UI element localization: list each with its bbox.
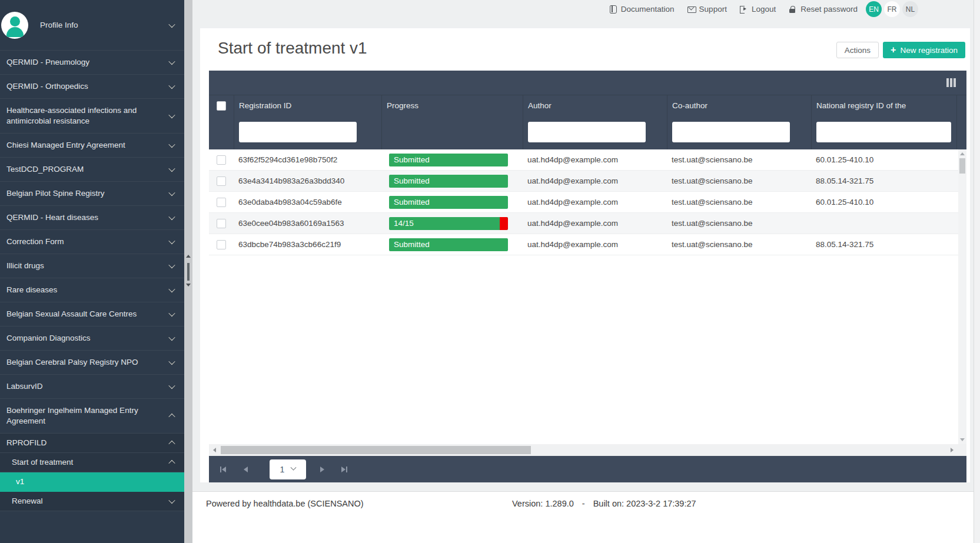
user-avatar-icon (1, 12, 28, 39)
grid-header-row: Registration IDProgressAuthorCo-authorNa… (209, 95, 966, 116)
sidebar-item[interactable]: Chiesi Managed Entry Agreement (0, 134, 184, 158)
language-nl-button[interactable]: NL (902, 1, 918, 17)
table-row[interactable]: 63e4a3414b983a26a3bdd340Submitteduat.hd4… (209, 171, 966, 192)
row-checkbox[interactable] (217, 219, 226, 228)
select-all-checkbox[interactable] (217, 101, 226, 111)
actions-button[interactable]: Actions (836, 42, 879, 58)
column-header-author[interactable]: Author (523, 95, 667, 116)
chevron-down-icon (291, 465, 297, 471)
sidebar-item-label: Healthcare-associated infections and ant… (6, 105, 170, 126)
language-fr-button[interactable]: FR (884, 1, 900, 17)
sidebar-item[interactable]: TestDCD_PROGRAM (0, 158, 184, 182)
chevron-down-icon (168, 214, 175, 220)
scrollbar-thumb[interactable] (221, 446, 531, 454)
language-en-button[interactable]: EN (866, 1, 882, 17)
filter-input-national-registry-id[interactable] (816, 122, 951, 142)
table-row[interactable]: 63e0daba4b983a04c59ab6feSubmitteduat.hd4… (209, 192, 966, 213)
last-page-button[interactable] (338, 463, 351, 476)
grid-filter-row (209, 116, 966, 149)
topbar-link-logout[interactable]: Logout (740, 5, 776, 14)
sidebar-item-label: Belgian Cerebral Palsy Registry NPO (6, 357, 170, 368)
arrow-left-icon (222, 467, 226, 472)
table-row[interactable]: 63e0cee04b983a60169a156314/15uat.hd4dp@e… (209, 213, 966, 234)
first-page-button[interactable] (217, 463, 230, 476)
topbar-link-documentation[interactable]: Documentation (609, 5, 675, 14)
topbar-link-support[interactable]: Support (687, 5, 727, 14)
co-author-cell: test.uat@sciensano.be (667, 234, 811, 255)
chevron-up-icon (168, 460, 175, 467)
sidebar-item[interactable]: QERMID - Pneumology (0, 51, 184, 75)
author-cell: uat.hd4dp@example.com (523, 234, 667, 255)
table-vertical-scrollbar[interactable] (958, 149, 966, 444)
row-checkbox[interactable] (217, 240, 226, 249)
grid-toolbar (209, 71, 966, 95)
column-header-progress[interactable]: Progress (381, 95, 523, 116)
scroll-left-icon[interactable] (213, 448, 216, 452)
sidebar-item-label: Start of treatment (12, 457, 170, 468)
next-page-button[interactable] (315, 463, 328, 476)
column-header-co-author[interactable]: Co-author (667, 95, 811, 116)
sidebar-profile[interactable]: Profile Info (0, 0, 184, 51)
sidebar-item[interactable]: Renewal (0, 492, 184, 511)
scroll-up-icon[interactable] (186, 255, 191, 258)
filter-cell-progress (381, 116, 523, 149)
scroll-down-icon[interactable] (186, 284, 191, 287)
sidebar-item[interactable]: Belgian Cerebral Palsy Registry NPO (0, 351, 184, 375)
sidebar-item[interactable]: LabsurvID (0, 375, 184, 399)
topbar-link-reset-password[interactable]: Reset password (789, 5, 858, 14)
row-checkbox-cell (209, 149, 234, 170)
scroll-up-icon[interactable] (960, 152, 965, 155)
sidebar-item[interactable]: Belgian Sexual Assault Care Centres (0, 302, 184, 327)
table-horizontal-scrollbar[interactable] (209, 444, 966, 456)
row-checkbox-cell (209, 213, 234, 234)
national-registry-id-cell: 60.01.25-410.10 (811, 149, 956, 170)
sidebar-item[interactable]: v1 (0, 472, 184, 492)
sidebar-item[interactable]: Illicit drugs (0, 254, 184, 278)
table-row[interactable]: 63f62f5294cd361e98b750f2Submitteduat.hd4… (209, 149, 966, 171)
pagination: 1 (209, 456, 966, 482)
sidebar-item[interactable]: Correction Form (0, 230, 184, 254)
arrow-left-icon (244, 467, 248, 472)
chevron-down-icon (168, 286, 175, 292)
sidebar-item[interactable]: Rare diseases (0, 278, 184, 302)
sidebar-item-label: TestDCD_PROGRAM (6, 164, 170, 175)
progress-cell: Submitted (381, 149, 523, 170)
new-registration-button[interactable]: + New registration (883, 42, 965, 58)
sidebar-item[interactable]: QERMID - Orthopedics (0, 75, 184, 99)
scroll-right-icon[interactable] (951, 448, 954, 452)
row-checkbox[interactable] (217, 176, 226, 186)
sidebar-scrollbar[interactable] (184, 0, 192, 543)
sidebar-item[interactable]: QERMID - Heart diseases (0, 206, 184, 230)
scrollbar-thumb[interactable] (959, 158, 965, 174)
table-row[interactable]: 63dbcbe74b983a3cb66c21f9Submitteduat.hd4… (209, 234, 966, 255)
filter-input-co-author[interactable] (672, 122, 790, 142)
author-cell: uat.hd4dp@example.com (523, 213, 667, 234)
progress-badge: Submitted (389, 175, 508, 188)
column-header-national-registry-id[interactable]: National registry ID of the (811, 95, 956, 116)
sidebar-item[interactable]: Companion Diagnostics (0, 327, 184, 351)
scroll-down-icon[interactable] (960, 438, 965, 441)
progress-label: Submitted (394, 155, 430, 164)
scrollbar-track[interactable] (221, 446, 946, 454)
row-checkbox[interactable] (217, 198, 226, 207)
registration-id-cell: 63e4a3414b983a26a3bdd340 (234, 171, 381, 191)
scrollbar-thumb[interactable] (187, 263, 190, 281)
previous-page-button[interactable] (239, 463, 252, 476)
sidebar-item[interactable]: RPROFILD (0, 434, 184, 453)
filter-input-registration-id[interactable] (239, 122, 357, 142)
book-icon (609, 5, 617, 13)
column-header-registration-id[interactable]: Registration ID (234, 95, 381, 116)
sidebar-item[interactable]: Belgian Pilot Spine Registry (0, 182, 184, 206)
sidebar-item[interactable]: Boehringer Ingelheim Managed Entry Agree… (0, 399, 184, 434)
filter-cell-author (523, 116, 667, 149)
sidebar-item[interactable]: Start of treatment (0, 453, 184, 472)
filter-input-author[interactable] (528, 122, 646, 142)
sidebar-item[interactable]: Healthcare-associated infections and ant… (0, 99, 184, 134)
progress-cell: Submitted (381, 192, 523, 212)
sidebar-item-label: Illicit drugs (6, 261, 170, 271)
row-checkbox[interactable] (217, 155, 226, 165)
chevron-down-icon (168, 262, 175, 268)
page-select[interactable]: 1 (270, 459, 306, 479)
columns-icon[interactable] (946, 78, 949, 87)
window-scrollbar[interactable] (974, 0, 980, 543)
